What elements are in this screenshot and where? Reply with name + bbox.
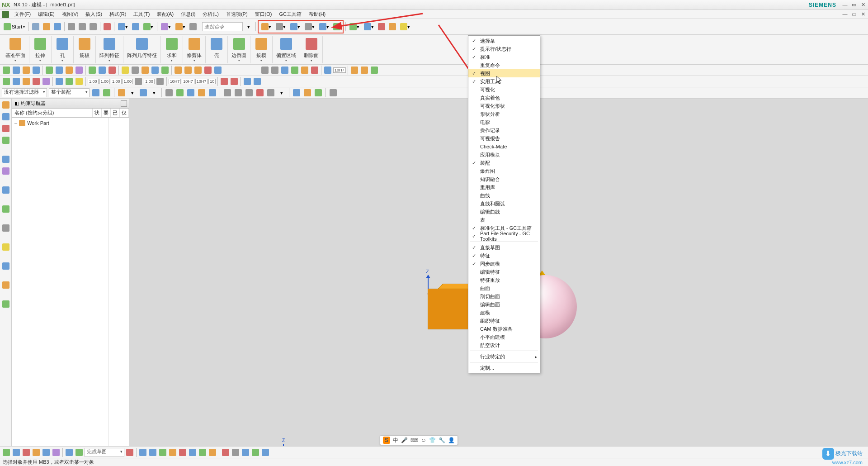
st1-btn2[interactable] (12, 66, 21, 75)
rg-offset-region[interactable]: 偏置区域▾ (273, 36, 300, 63)
st2-btn13[interactable] (243, 77, 252, 86)
measure-button[interactable]: ▾ (159, 22, 173, 32)
orient-button[interactable]: ▾ (288, 22, 302, 32)
st1-btn20[interactable] (203, 66, 212, 75)
ime-skin-icon[interactable]: 👕 (429, 437, 436, 443)
bt-btn1[interactable] (2, 448, 11, 457)
bt-btn8[interactable] (75, 448, 84, 457)
st2-btn11[interactable] (220, 77, 229, 86)
bt-btn9[interactable] (125, 448, 134, 457)
st2-btn10[interactable] (156, 77, 165, 86)
ctx-item[interactable]: 可视报告 (468, 134, 540, 143)
ctx-item[interactable]: 特征重放 (468, 276, 540, 284)
rg-extrude[interactable]: 拉伸▾ (29, 36, 52, 63)
ime-keyboard-icon[interactable]: ⌨ (410, 437, 418, 443)
resource-clock-button[interactable] (1, 223, 10, 233)
st2-btn8[interactable] (75, 77, 84, 86)
bt-btn13[interactable] (168, 448, 177, 457)
fb-btn6[interactable]: ▾ (150, 88, 159, 97)
bt-btn22[interactable] (261, 448, 270, 457)
nav-col-1[interactable]: 状 (93, 109, 102, 117)
st1-btn19[interactable] (193, 66, 203, 75)
rg-rib[interactable]: 筋板 (74, 36, 96, 63)
fit-button[interactable]: ▾ (259, 22, 273, 32)
st1-btn6[interactable] (55, 66, 64, 75)
ime-tool-icon[interactable]: 🔧 (439, 437, 445, 443)
ctx-item[interactable]: 编辑曲线 (468, 208, 540, 216)
ctx-item[interactable]: 表 (468, 216, 540, 224)
st1-btn17[interactable] (174, 66, 183, 75)
resource-tool2-button[interactable] (1, 262, 10, 271)
st1-btn26[interactable] (300, 66, 309, 75)
repeat-button[interactable]: ▾ (142, 22, 155, 32)
model-cube[interactable] (428, 289, 473, 334)
undo-button[interactable]: ▾ (116, 22, 130, 32)
menu-preferences[interactable]: 首选项(P) (222, 10, 251, 19)
st1-btn8[interactable] (75, 66, 84, 75)
resource-part-button[interactable] (1, 112, 10, 121)
ctx-item[interactable]: 曲线 (468, 191, 540, 200)
rg-pattern-feature[interactable]: 阵列特征▾ (96, 36, 123, 63)
save-button[interactable] (52, 22, 62, 32)
resource-library-button[interactable] (1, 166, 10, 176)
bt-btn19[interactable] (231, 448, 240, 457)
ctx-item[interactable]: 选择条 (468, 37, 540, 45)
st2-btn12[interactable] (230, 77, 239, 86)
shade-button[interactable]: ▾ (303, 22, 316, 32)
bt-btn18[interactable] (221, 448, 230, 457)
bt-btn21[interactable] (251, 448, 260, 457)
ctx-item[interactable]: 重复命令 (468, 61, 540, 69)
fb-btn13[interactable] (234, 88, 243, 97)
menu-insert[interactable]: 插入(S) (82, 10, 106, 19)
open-button[interactable] (42, 22, 52, 32)
expression-button[interactable] (188, 22, 198, 32)
st1-btn25[interactable] (290, 66, 299, 75)
nav-col-3[interactable]: 已 (111, 109, 120, 117)
rg-shell[interactable]: 壳 (206, 36, 228, 63)
ctx-item[interactable]: 行业特定的 (468, 352, 540, 361)
bt-btn2[interactable] (12, 448, 21, 457)
fb-btn18[interactable] (292, 88, 301, 97)
fb-btn19[interactable] (303, 88, 312, 97)
st1-btn10[interactable] (98, 66, 107, 75)
fb-btn12[interactable] (223, 88, 232, 97)
ctx-item[interactable]: 视图 (468, 69, 540, 77)
resource-web-button[interactable] (1, 185, 10, 195)
st1-btn21[interactable] (213, 66, 222, 75)
menu-gctoolkit[interactable]: GC工具箱 (275, 10, 305, 19)
ctx-item[interactable]: 建模 (468, 309, 540, 317)
close-button[interactable]: ✕ (860, 2, 866, 8)
bt-btn11[interactable] (148, 448, 157, 457)
st1-btn13[interactable] (131, 66, 140, 75)
zoom-button[interactable]: ▾ (274, 22, 288, 32)
ctx-item[interactable]: 特征 (468, 252, 540, 260)
tree-item-workpart[interactable]: – Work Part (14, 119, 126, 127)
rg-edge-blend[interactable]: 边倒圆▾ (228, 36, 250, 63)
fb-btn14[interactable] (245, 88, 254, 97)
fb-btn15[interactable] (255, 88, 264, 97)
st1-btn18[interactable] (184, 66, 193, 75)
resource-nav-button[interactable] (1, 100, 10, 109)
st1-btn14[interactable] (141, 66, 150, 75)
st1-btn29[interactable] (350, 66, 359, 75)
st1-btn24[interactable] (280, 66, 289, 75)
bt-btn4[interactable] (32, 448, 41, 457)
fb-btn4[interactable]: ▾ (128, 88, 137, 97)
fb-btn3[interactable] (117, 88, 126, 97)
rg-unite[interactable]: 求和▾ (161, 36, 183, 63)
doc-restore-button[interactable]: ▭ (851, 11, 857, 18)
ctx-item[interactable]: 形状分析 (468, 110, 540, 118)
ctx-item[interactable]: 重用库 (468, 183, 540, 191)
ctx-item[interactable]: Part File Security - GC Toolkits (468, 232, 540, 240)
restore-button[interactable]: ▭ (851, 2, 857, 8)
resource-constraint-button[interactable] (1, 136, 10, 145)
st1-btn30[interactable] (360, 66, 369, 75)
bt-btn3[interactable] (22, 448, 31, 457)
rg-datum-plane[interactable]: 基准平面▾ (2, 36, 29, 63)
unpin-button[interactable] (121, 100, 127, 107)
rg-hole[interactable]: 孔▾ (52, 36, 74, 63)
ime-toolbar[interactable]: S 中 🎤 ⌨ ☺ 👕 🔧 👤 (380, 435, 458, 445)
cut-button[interactable] (66, 22, 76, 32)
ctx-item[interactable]: 剖切曲面 (468, 292, 540, 300)
ctx-item[interactable]: 知识融合 (468, 175, 540, 183)
